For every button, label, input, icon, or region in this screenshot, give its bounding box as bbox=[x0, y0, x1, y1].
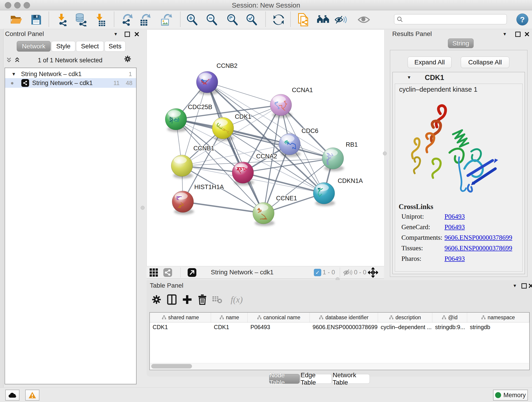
grid-view-icon[interactable] bbox=[149, 268, 159, 277]
show-columns-icon[interactable] bbox=[166, 294, 177, 305]
help-button[interactable]: ? bbox=[516, 13, 528, 26]
panel-float-icon[interactable] bbox=[514, 31, 521, 38]
table-cell[interactable]: stringdb bbox=[467, 322, 529, 332]
tab-network[interactable]: Network bbox=[17, 41, 51, 51]
edge-HIST1H1A-CCNE1[interactable] bbox=[183, 202, 264, 213]
search-icon bbox=[397, 16, 403, 22]
search-input[interactable] bbox=[403, 16, 504, 23]
panel-close-icon[interactable] bbox=[133, 31, 140, 38]
cloud-button[interactable] bbox=[5, 390, 19, 401]
result-collapse-icon[interactable]: ▼ bbox=[407, 75, 411, 80]
warning-button[interactable] bbox=[25, 390, 39, 401]
open-session-icon[interactable] bbox=[10, 13, 23, 26]
birdseye-crosshair-icon[interactable] bbox=[368, 268, 378, 277]
string-document-icon[interactable] bbox=[298, 13, 310, 26]
show-eye-icon[interactable] bbox=[357, 13, 370, 26]
table-row[interactable]: CDK1CDK1P064939606.ENSP00000378699cyclin… bbox=[150, 322, 529, 332]
panel-close-icon[interactable] bbox=[527, 282, 532, 289]
node-table[interactable]: shared namenamecanonical namedatabase id… bbox=[149, 312, 530, 370]
column-header-name[interactable]: name bbox=[211, 313, 248, 322]
gear-icon[interactable] bbox=[124, 56, 131, 62]
node-CDKN1A[interactable]: CDKN1A bbox=[313, 177, 363, 206]
table-cell[interactable]: CDK1 bbox=[150, 322, 211, 332]
node-CCNB1[interactable]: CCNB1 bbox=[171, 145, 215, 179]
panel-float-icon[interactable] bbox=[124, 31, 131, 38]
panel-menu-icon[interactable]: ▼ bbox=[112, 31, 119, 38]
collection-expand-icon[interactable]: ▼ bbox=[12, 71, 16, 77]
column-header-description[interactable]: description bbox=[378, 313, 432, 322]
detach-view-icon[interactable] bbox=[187, 268, 197, 277]
table-settings-gear-icon[interactable] bbox=[151, 294, 162, 305]
import-network-icon[interactable] bbox=[56, 13, 68, 26]
table-cell[interactable]: P06493 bbox=[248, 322, 310, 332]
panel-menu-icon[interactable]: ▼ bbox=[511, 282, 518, 289]
expand-all-button[interactable]: Expand All bbox=[408, 57, 452, 68]
delete-table-icon[interactable] bbox=[211, 294, 223, 305]
refresh-icon[interactable] bbox=[272, 13, 285, 26]
node-RB1[interactable]: RB1 bbox=[322, 141, 358, 171]
share-view-icon[interactable] bbox=[163, 268, 173, 277]
table-cell[interactable]: cyclin–dependent ... bbox=[378, 322, 432, 332]
table-cell[interactable]: CDK1 bbox=[211, 322, 248, 332]
export-network-icon[interactable] bbox=[121, 13, 134, 26]
network-row[interactable]: ● String Network – cdk1 11 48 bbox=[5, 78, 136, 88]
zoom-out-icon[interactable] bbox=[206, 13, 218, 26]
column-header-shared-name[interactable]: shared name bbox=[150, 313, 211, 322]
node-CCNB2[interactable]: CCNB2 bbox=[196, 62, 238, 95]
selected-checkbox-icon[interactable]: ✓ bbox=[314, 269, 321, 276]
column-header-id[interactable]: @id bbox=[432, 313, 467, 322]
node-CCNA1[interactable]: CCNA1 bbox=[270, 87, 313, 118]
memory-button[interactable]: Memory bbox=[493, 390, 528, 401]
import-table-icon[interactable] bbox=[94, 13, 106, 26]
crosslink-link[interactable]: P06493 bbox=[444, 255, 465, 262]
tab-select[interactable]: Select bbox=[76, 41, 104, 51]
horizontal-scrollbar[interactable] bbox=[150, 363, 529, 369]
zoom-in-icon[interactable] bbox=[186, 13, 199, 26]
import-network-from-database-icon[interactable] bbox=[74, 13, 87, 26]
node-HIST1H1A[interactable]: HIST1H1A bbox=[172, 184, 224, 215]
network-view[interactable]: CCNB2CCNA1CDC25BCDK1CDC6RB1CCNB1CCNA2CDK… bbox=[147, 30, 385, 266]
tab-string[interactable]: String bbox=[448, 38, 474, 48]
table-cell[interactable]: 9606.ENSP00000378699 bbox=[310, 322, 378, 332]
function-builder-icon[interactable]: f(x) bbox=[226, 294, 247, 305]
delete-column-icon[interactable] bbox=[196, 294, 208, 305]
panel-close-icon[interactable] bbox=[524, 31, 530, 38]
crosslink-link[interactable]: P06493 bbox=[444, 223, 465, 231]
save-session-icon[interactable] bbox=[30, 13, 43, 26]
tab-network-table[interactable]: Network Table bbox=[332, 374, 370, 384]
search-field[interactable] bbox=[394, 14, 507, 24]
edge-CCNB2-CCNE1[interactable] bbox=[207, 82, 264, 213]
export-table-icon[interactable] bbox=[138, 13, 151, 26]
crosslink-link[interactable]: 9606.ENSP00000378699 bbox=[444, 244, 512, 252]
panel-float-icon[interactable] bbox=[520, 282, 527, 289]
hidden-count: 0 - 0 bbox=[354, 269, 366, 276]
network-label: String Network – cdk1 bbox=[32, 80, 93, 87]
column-header-canonical-name[interactable]: canonical name bbox=[248, 313, 310, 322]
tab-style[interactable]: Style bbox=[51, 41, 75, 51]
tab-sets[interactable]: Sets bbox=[104, 41, 126, 51]
node-CCNE1[interactable]: CCNE1 bbox=[253, 195, 297, 226]
hidden-eye-icon[interactable] bbox=[343, 268, 353, 277]
hide-selected-icon[interactable] bbox=[335, 13, 348, 26]
panel-menu-icon[interactable]: ▼ bbox=[501, 31, 508, 38]
column-header-database-identifier[interactable]: database identifier bbox=[310, 313, 378, 322]
table-cell[interactable]: stringdb:9... bbox=[432, 322, 467, 332]
tab-edge-table[interactable]: Edge Table bbox=[300, 374, 332, 384]
scrollbar-thumb[interactable] bbox=[151, 364, 192, 369]
export-image-icon[interactable] bbox=[159, 13, 172, 26]
crosslink-link[interactable]: 9606.ENSP00000378699 bbox=[444, 234, 512, 241]
network-collection-row[interactable]: ▼ String Network – cdk1 1 bbox=[5, 69, 136, 79]
homes-icon[interactable] bbox=[317, 13, 329, 26]
node-label-CCNA2: CCNA2 bbox=[256, 153, 277, 160]
network-canvas[interactable]: CCNB2CCNA1CDC25BCDK1CDC6RB1CCNB1CCNA2CDK… bbox=[147, 30, 384, 266]
splitter-handle[interactable] bbox=[383, 152, 387, 155]
zoom-selected-icon[interactable] bbox=[245, 13, 258, 26]
tab-node-table[interactable]: Node Table bbox=[269, 374, 300, 384]
zoom-fit-icon[interactable] bbox=[226, 13, 239, 26]
crosslink-link[interactable]: P06493 bbox=[444, 213, 465, 220]
add-column-icon[interactable] bbox=[181, 294, 193, 305]
column-header-namespace[interactable]: namespace bbox=[467, 313, 529, 322]
collapse-all-button[interactable]: Collapse All bbox=[461, 57, 509, 68]
view-title: String Network – cdk1 bbox=[211, 269, 273, 276]
splitter-handle[interactable] bbox=[141, 206, 145, 210]
